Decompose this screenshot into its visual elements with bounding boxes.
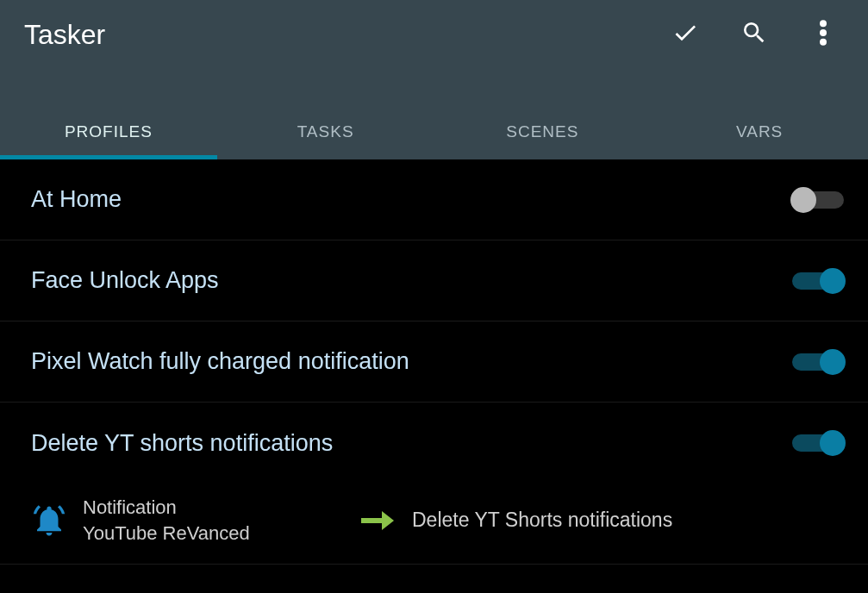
- toggle-thumb: [820, 430, 846, 456]
- tab-scenes[interactable]: SCENES: [434, 103, 652, 159]
- top-bar: Tasker: [0, 0, 868, 69]
- profile-toggle[interactable]: [792, 188, 844, 212]
- profile-toggle[interactable]: [792, 350, 844, 374]
- profile-name: At Home: [31, 186, 792, 213]
- apply-button[interactable]: [668, 17, 703, 52]
- profile-task[interactable]: Delete YT Shorts notifications: [412, 509, 672, 532]
- profile-expanded: Notification YouTube ReVanced Delete YT …: [0, 484, 868, 565]
- toggle-thumb: [790, 187, 816, 213]
- context-app: YouTube ReVanced: [83, 521, 341, 546]
- profiles-list: At Home Face Unlock Apps Pixel Watch ful…: [0, 159, 868, 565]
- svg-point-0: [820, 20, 827, 27]
- toggle-thumb: [820, 268, 846, 294]
- svg-point-2: [820, 39, 827, 46]
- top-actions: [668, 17, 851, 52]
- tab-bar: PROFILES TASKS SCENES VARS: [0, 103, 868, 159]
- profile-name: Delete YT shorts notifications: [31, 430, 792, 457]
- profile-name: Pixel Watch fully charged notification: [31, 348, 792, 375]
- arrow-right-icon: [357, 509, 397, 532]
- more-vert-icon: [820, 19, 827, 50]
- app-title: Tasker: [17, 19, 668, 51]
- profile-toggle[interactable]: [792, 431, 844, 455]
- bell-icon: [31, 502, 67, 539]
- toggle-thumb: [820, 349, 846, 375]
- search-icon: [740, 19, 768, 50]
- more-menu-button[interactable]: [806, 17, 840, 52]
- profile-toggle[interactable]: [792, 269, 844, 293]
- tab-vars[interactable]: VARS: [651, 103, 868, 159]
- tab-profiles[interactable]: PROFILES: [0, 103, 217, 159]
- tab-tasks[interactable]: TASKS: [217, 103, 434, 159]
- context-type: Notification: [83, 496, 341, 520]
- svg-point-1: [820, 29, 827, 36]
- profile-name: Face Unlock Apps: [31, 267, 792, 294]
- profile-row[interactable]: Pixel Watch fully charged notification: [0, 321, 868, 403]
- profile-row[interactable]: Delete YT shorts notifications: [0, 403, 868, 484]
- check-icon: [671, 19, 699, 50]
- app-header: Tasker PROFILES TASKS SCENES VARS: [0, 0, 868, 159]
- profile-row[interactable]: Face Unlock Apps: [0, 240, 868, 321]
- profile-row[interactable]: At Home: [0, 159, 868, 240]
- search-button[interactable]: [737, 17, 771, 52]
- profile-context[interactable]: Notification YouTube ReVanced: [83, 496, 341, 545]
